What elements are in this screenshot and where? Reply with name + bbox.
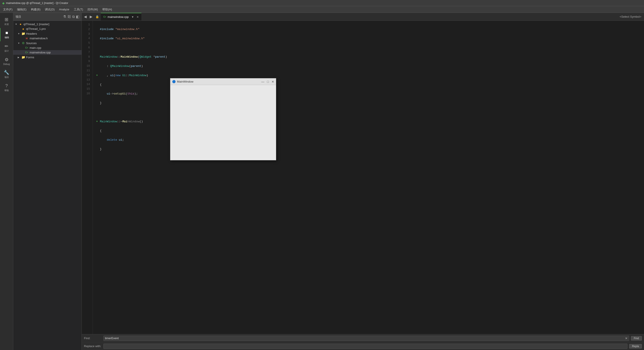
icon-pro: ■ — [21, 27, 25, 30]
sidebar-label-design: 设计 — [4, 49, 9, 52]
expand-icon[interactable]: ⧉ — [72, 15, 75, 19]
find-input-wrap: ✕ — [104, 336, 629, 341]
preview-title-text: MainWindow — [177, 80, 193, 83]
help-icon: ? — [5, 83, 8, 88]
label-headers: Headers — [26, 32, 80, 35]
sidebar-item-debug[interactable]: ⚙ Debug — [0, 55, 13, 67]
symbol-select-label[interactable]: <Select Symbol> — [618, 15, 643, 18]
find-button[interactable]: Find — [631, 336, 642, 341]
menu-analyze[interactable]: Analyze — [57, 7, 71, 12]
arrow-forms: ▶ — [18, 56, 20, 58]
line-numbers: 1 2 3 4 5 6 7 8 9 10 11 12 13 14 15 16 — [82, 21, 93, 334]
edit-icon: ■ — [5, 30, 8, 35]
menu-tools[interactable]: 工具(T) — [72, 7, 86, 12]
preview-maximize-button[interactable]: □ — [267, 80, 269, 83]
tree-item-mainwindow-h[interactable]: H mainwindow.h — [13, 36, 82, 41]
design-icon: ✏ — [5, 43, 8, 49]
preview-titlebar: 🔵 MainWindow — □ ✕ — [170, 78, 276, 85]
sidebar-icons: ⊞ 欢迎 ■ 编辑 ✏ 设计 ⚙ Debug 🔧 项目 ? 帮助 — [0, 13, 13, 350]
preview-title-area: 🔵 MainWindow — [172, 80, 193, 83]
file-tree-actions: ⚗ ⛓ ⧉ ◧ — [63, 14, 79, 19]
icon-root: ● — [18, 22, 22, 26]
replace-button[interactable]: Repla — [629, 344, 642, 349]
editor-panel: ◀ ▶ 🔒 C+ mainwindow.cpp ▼ ✕ <Select Symb… — [82, 13, 644, 350]
replace-bar: Replace with: Repla — [82, 342, 644, 350]
menu-help[interactable]: 帮助(H) — [100, 7, 114, 12]
tab-nav-left[interactable]: ◀ — [83, 14, 88, 19]
tab-close-button[interactable]: ✕ — [136, 15, 139, 18]
sidebar-label-welcome: 欢迎 — [4, 23, 9, 26]
preview-app-icon: 🔵 — [172, 80, 176, 83]
arrow-root: ▼ — [15, 23, 18, 25]
code-content[interactable]: #include "mainwindow.h" #include "ui_mai… — [93, 21, 644, 334]
sidebar-item-project[interactable]: 🔧 项目 — [0, 67, 13, 81]
filter-icon[interactable]: ⚗ — [63, 14, 66, 19]
find-input[interactable] — [105, 337, 625, 340]
tree-item-sources[interactable]: ▼ ⚙ Sources — [13, 41, 82, 45]
icon-mwcpp: C+ — [25, 51, 29, 54]
debug-icon: ⚙ — [5, 57, 8, 62]
sidebar-label-project: 项目 — [4, 76, 9, 79]
label-maincpp: main.cpp — [30, 46, 80, 49]
replace-input-wrap — [104, 344, 628, 349]
tree-item-forms[interactable]: ▶ 📁 Forms — [13, 55, 82, 60]
tree-item-main-cpp[interactable]: C+ main.cpp — [13, 45, 82, 50]
menu-edit[interactable]: 编辑(E) — [15, 7, 29, 12]
menu-file[interactable]: 文件(F) — [1, 7, 15, 12]
title-bar: ◆ mainwindow.cpp @ qtThread_1 [master] -… — [0, 0, 644, 6]
find-replace-bars: Find: ✕ Find Replace with: Repla — [82, 334, 644, 350]
label-pro: qtThread_1.pro — [26, 27, 80, 30]
replace-input[interactable] — [105, 345, 626, 348]
code-area[interactable]: 1 2 3 4 5 6 7 8 9 10 11 12 13 14 15 16 #… — [82, 21, 644, 334]
menu-controls[interactable]: 控件(W) — [85, 7, 100, 12]
sidebar-label-edit: 编辑 — [5, 36, 9, 39]
arrow-sources: ▼ — [18, 42, 20, 44]
label-sources: Sources — [26, 41, 80, 45]
replace-label: Replace with: — [84, 345, 102, 348]
title-text: mainwindow.cpp @ qtThread_1 [master] - Q… — [6, 1, 68, 5]
sidebar-item-edit[interactable]: ■ 编辑 — [0, 28, 13, 41]
find-bar: Find: ✕ Find — [82, 334, 644, 342]
editor-tabs: ◀ ▶ 🔒 C+ mainwindow.cpp ▼ ✕ <Select Symb… — [82, 13, 644, 21]
link-icon[interactable]: ⛓ — [68, 15, 71, 19]
icon-forms: 📁 — [21, 55, 25, 59]
file-tree: ▼ ● qtThread_1 [master] ■ qtThread_1.pro… — [13, 21, 82, 350]
icon-headers: 📁 — [21, 32, 25, 35]
tab-mainwindow-cpp[interactable]: C+ mainwindow.cpp ▼ ✕ — [101, 13, 142, 20]
app-icon: ◆ — [2, 1, 5, 5]
tree-item-pro[interactable]: ■ qtThread_1.pro — [13, 26, 82, 31]
sidebar-label-debug: Debug — [3, 63, 10, 65]
label-mwh: mainwindow.h — [30, 37, 80, 40]
arrow-headers: ▼ — [18, 32, 20, 35]
menu-build[interactable]: 构建(B) — [29, 7, 43, 12]
tab-dropdown-icon[interactable]: ▼ — [130, 15, 135, 18]
label-mwcpp: mainwindow.cpp — [30, 51, 80, 54]
project-icon: 🔧 — [4, 70, 9, 75]
menu-debug[interactable]: 调试(D) — [43, 7, 57, 12]
tree-item-root[interactable]: ▼ ● qtThread_1 [master] — [13, 22, 82, 26]
preview-minimize-button[interactable]: — — [261, 80, 264, 83]
file-tree-header: 项目 ⚗ ⛓ ⧉ ◧ — [13, 13, 82, 21]
icon-sources: ⚙ — [21, 41, 25, 45]
tab-file-icon: C+ — [104, 16, 106, 18]
tree-item-headers[interactable]: ▼ 📁 Headers — [13, 31, 82, 36]
tree-item-mainwindow-cpp[interactable]: C+ mainwindow.cpp — [13, 50, 82, 55]
welcome-icon: ⊞ — [5, 17, 8, 22]
main-layout: ⊞ 欢迎 ■ 编辑 ✏ 设计 ⚙ Debug 🔧 项目 ? 帮助 项目 ⚗ — [0, 13, 644, 350]
label-forms: Forms — [26, 56, 80, 59]
tab-filename: mainwindow.cpp — [108, 15, 128, 18]
preview-window: 🔵 MainWindow — □ ✕ — [170, 78, 276, 160]
sidebar-item-design[interactable]: ✏ 设计 — [0, 41, 13, 55]
preview-close-button[interactable]: ✕ — [272, 80, 274, 83]
tab-nav-right[interactable]: ▶ — [88, 14, 94, 19]
find-clear-button[interactable]: ✕ — [625, 337, 628, 340]
split-icon[interactable]: ◧ — [76, 14, 79, 19]
sidebar-item-help[interactable]: ? 帮助 — [0, 81, 13, 94]
label-root: qtThread_1 [master] — [24, 22, 80, 26]
icon-mwh: H — [25, 37, 29, 40]
menu-bar: 文件(F) 编辑(E) 构建(B) 调试(D) Analyze 工具(T) 控件… — [0, 6, 644, 13]
sidebar-label-help: 帮助 — [4, 89, 9, 92]
find-label: Find: — [84, 337, 102, 340]
sidebar-item-welcome[interactable]: ⊞ 欢迎 — [0, 14, 13, 28]
file-tree-panel: 项目 ⚗ ⛓ ⧉ ◧ ▼ ● qtThread_1 [master] ■ qtT… — [13, 13, 82, 350]
